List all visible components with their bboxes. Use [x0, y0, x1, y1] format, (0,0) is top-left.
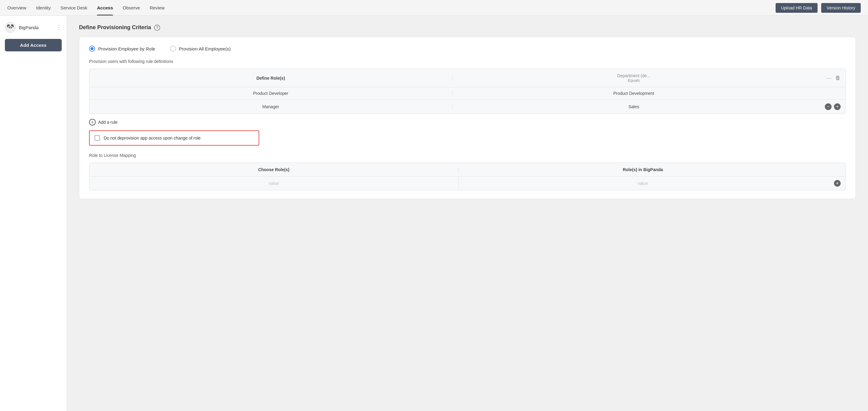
license-table-area: Choose Role(s) Role(s) in BigPanda value…	[89, 163, 846, 190]
brand-name: BigPanda	[19, 25, 39, 30]
add-rule-icon: +	[89, 119, 96, 125]
delete-column-icon[interactable]: 🗑	[835, 75, 841, 81]
deprovision-checkbox[interactable]	[95, 135, 100, 141]
license-cell-left: value	[89, 177, 459, 190]
svg-point-11	[10, 29, 11, 29]
svg-point-6	[9, 27, 10, 28]
license-row-actions: +	[827, 180, 845, 187]
svg-point-7	[11, 27, 12, 28]
help-icon[interactable]: ?	[154, 25, 160, 31]
add-row-button[interactable]: +	[834, 104, 841, 110]
main-content: Define Provisioning Criteria ? Provision…	[67, 16, 868, 411]
nav-overview[interactable]: Overview	[7, 0, 26, 15]
add-rule-row[interactable]: + Add a rule	[89, 119, 846, 125]
license-mapping-title: Role to License Mapping	[89, 153, 846, 158]
col-header-actions: ⋯ 🗑	[815, 75, 845, 82]
remove-row-button[interactable]: −	[825, 104, 832, 110]
nav-service-desk[interactable]: Service Desk	[60, 0, 87, 15]
license-col-left-header: Choose Role(s)	[89, 167, 459, 172]
upload-hr-data-button[interactable]: Upload HR Data	[776, 3, 817, 13]
column-more-icon[interactable]: ⋯	[826, 75, 832, 82]
license-header-row: Choose Role(s) Role(s) in BigPanda	[89, 163, 845, 177]
sub-label: Provision users with following rule defi…	[89, 59, 846, 64]
col-dept-sub: Equals	[459, 78, 809, 83]
version-history-button[interactable]: Version History	[821, 3, 861, 13]
brand-logo-icon	[5, 22, 16, 33]
provisioning-card: Provision Employee by Role Provision All…	[79, 37, 856, 199]
license-data-row: value value +	[89, 177, 845, 190]
section-title-text: Define Provisioning Criteria	[79, 24, 151, 31]
sidebar-brand: BigPanda	[5, 22, 39, 33]
rules-table-area: Define Role(s) Department (de... Equals …	[89, 69, 846, 114]
nav-actions: Upload HR Data Version History	[776, 3, 861, 13]
col-dept-title: Department (de...	[459, 73, 809, 78]
sidebar-header: BigPanda ⋮	[5, 22, 62, 33]
add-license-row-button[interactable]: +	[834, 180, 841, 187]
license-col-right-header: Role(s) in BigPanda	[459, 167, 828, 172]
radio-by-role-circle	[89, 46, 95, 52]
radio-by-role-label: Provision Employee by Role	[98, 46, 155, 51]
sidebar: BigPanda ⋮ Add Access	[0, 16, 67, 411]
cell-dept-1: Product Development	[453, 91, 815, 96]
cell-actions-2: − +	[815, 104, 845, 110]
deprovision-checkbox-row: Do not deprovision app access upon chang…	[89, 130, 259, 146]
section-title: Define Provisioning Criteria ?	[79, 24, 856, 31]
top-nav: Overview Identity Service Desk Access Ob…	[0, 0, 868, 16]
col-dept-header: Department (de... Equals	[453, 73, 815, 83]
radio-all-circle	[170, 46, 176, 52]
cell-role-1: Product Developer	[89, 91, 453, 96]
license-cell-right: value	[459, 177, 828, 190]
nav-observe[interactable]: Observe	[123, 0, 140, 15]
deprovision-label: Do not deprovision app access upon chang…	[104, 136, 200, 141]
radio-group: Provision Employee by Role Provision All…	[89, 46, 846, 52]
nav-review[interactable]: Review	[150, 0, 165, 15]
table-row: Product Developer Product Development	[89, 87, 845, 100]
table-header-row: Define Role(s) Department (de... Equals …	[89, 69, 845, 87]
nav-identity[interactable]: Identity	[36, 0, 51, 15]
cell-role-2: Manager	[89, 104, 453, 109]
more-options-icon[interactable]: ⋮	[56, 24, 62, 31]
add-access-button[interactable]: Add Access	[5, 39, 62, 51]
nav-items: Overview Identity Service Desk Access Ob…	[7, 0, 776, 15]
radio-provision-all[interactable]: Provision All Employee(s)	[170, 46, 231, 52]
layout: BigPanda ⋮ Add Access Define Provisionin…	[0, 16, 868, 411]
table-row: Manager Sales − +	[89, 100, 845, 114]
radio-provision-by-role[interactable]: Provision Employee by Role	[89, 46, 155, 52]
radio-all-label: Provision All Employee(s)	[179, 46, 231, 51]
col-role-header: Define Role(s)	[89, 76, 453, 81]
nav-access[interactable]: Access	[97, 0, 113, 15]
cell-dept-2: Sales	[453, 104, 815, 109]
add-rule-label: Add a rule	[98, 120, 118, 125]
